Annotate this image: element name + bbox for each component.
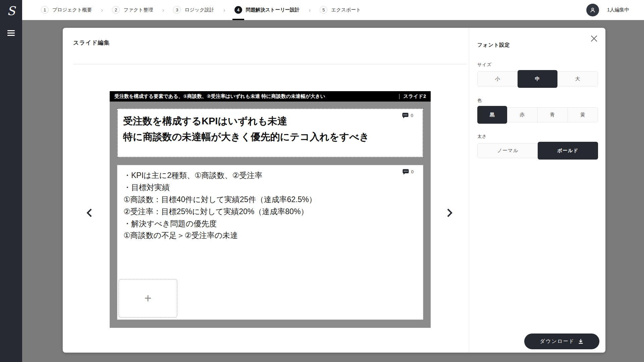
heading-divider	[73, 64, 467, 64]
slide-body-line: ・目標対実績	[123, 182, 417, 194]
close-button[interactable]	[589, 34, 599, 43]
step-label: 問題解決ストーリー設計	[246, 7, 300, 13]
main-card: スライド編集 受注数を構成する要素である、①商談数、②受注率はいずれも未達 特に…	[63, 28, 605, 353]
font-color-label: 色	[477, 98, 598, 104]
slide-body-line: ・KPIは主に2種類、①商談数、②受注率	[123, 170, 417, 182]
sidebar: S	[0, 0, 22, 362]
font-size-label: サイズ	[477, 62, 598, 68]
menu-icon[interactable]	[7, 30, 15, 36]
chevron-right-icon	[445, 207, 454, 218]
user-avatar	[586, 4, 599, 16]
download-button[interactable]: ダウンロード	[524, 334, 599, 349]
chevron-left-icon	[85, 207, 94, 218]
slide-body-line: ②受注率：目標25%に対して実績20%（達成率80%）	[123, 206, 417, 218]
slide-title-box[interactable]: 受注数を構成するKPIはいずれも未達特に商談数の未達幅が大きく優先的にテコ入れを…	[117, 108, 423, 158]
user-icon	[589, 6, 596, 14]
next-slide-button[interactable]	[442, 205, 457, 220]
comment-icon	[402, 113, 409, 118]
font-size-group: サイズ小中大	[477, 62, 598, 86]
font-panel: フォント設定 サイズ小中大 色黒赤青黄 太さノーマルボールド ダウンロード	[469, 28, 605, 353]
font-weight-label: 太さ	[477, 133, 598, 139]
step-separator-icon: ›	[162, 7, 164, 13]
font-size-control: 小中大	[477, 71, 598, 86]
font-color-option-4[interactable]: 黄	[568, 108, 598, 122]
slide-body-box[interactable]: ・KPIは主に2種類、①商談数、②受注率・目標対実績①商談数：目標40件に対して…	[117, 165, 423, 320]
step-number: 3	[173, 6, 181, 14]
slide-number-label: スライド2	[404, 93, 426, 100]
logo-icon: S	[7, 5, 15, 17]
slide-summary-label: 受注数を構成する要素である、①商談数、②受注率はいずれも未達 特に商談数の未達幅…	[114, 93, 395, 100]
slide-body-line: ①商談数：目標40件に対して実績25件（達成率62.5%）	[123, 194, 417, 206]
step-2[interactable]: 2ファクト整理	[112, 6, 153, 14]
page-title: スライド編集	[73, 39, 110, 47]
title-comment-badge[interactable]: 0	[402, 113, 413, 118]
step-label: プロジェクト概要	[52, 7, 92, 13]
slide-bar-divider	[399, 94, 399, 99]
step-number: 2	[112, 6, 120, 14]
editing-status: 1人編集中	[586, 4, 629, 16]
font-panel-title: フォント設定	[477, 42, 598, 48]
font-color-option-2[interactable]: 赤	[507, 108, 537, 122]
slide-preview: 受注数を構成する要素である、①商談数、②受注率はいずれも未達 特に商談数の未達幅…	[110, 91, 431, 328]
plus-icon: +	[144, 292, 151, 304]
download-button-label: ダウンロード	[540, 338, 575, 345]
font-weight-option-1[interactable]: ノーマル	[478, 143, 538, 158]
slide-body-line: ・解決すべき問題の優先度	[123, 218, 417, 230]
step-label: ロジック設計	[184, 7, 214, 13]
font-weight-control: ノーマルボールド	[477, 143, 598, 158]
step-separator-icon: ›	[223, 7, 225, 13]
editing-status-label: 1人編集中	[607, 7, 629, 13]
slide-title-line: 特に商談数の未達幅が大きく優先的にテコ入れをすべき	[123, 129, 417, 145]
font-size-option-1[interactable]: 小	[478, 72, 518, 86]
step-number: 5	[320, 6, 327, 14]
slide-body-line: ①商談数の不足＞②受注率の未達	[123, 230, 417, 242]
font-color-control: 黒赤青黄	[477, 107, 598, 122]
font-weight-group: 太さノーマルボールド	[477, 133, 598, 158]
step-separator-icon: ›	[101, 7, 103, 13]
download-icon	[578, 339, 584, 344]
topbar: 1プロジェクト概要›2ファクト整理›3ロジック設計›4問題解決ストーリー設計›5…	[22, 0, 644, 20]
step-1[interactable]: 1プロジェクト概要	[41, 6, 92, 14]
comment-icon	[402, 169, 409, 175]
slide-title-line: 受注数を構成するKPIはいずれも未達	[123, 113, 417, 129]
font-color-option-1[interactable]: 黒	[477, 106, 507, 124]
comment-count: 0	[411, 169, 414, 174]
font-color-group: 色黒赤青黄	[477, 98, 598, 122]
close-icon	[590, 35, 598, 43]
prev-slide-button[interactable]	[82, 205, 97, 220]
step-label: エクスポート	[331, 7, 361, 13]
body-comment-badge[interactable]: 0	[402, 169, 414, 175]
font-size-option-3[interactable]: 大	[557, 72, 598, 86]
step-3[interactable]: 3ロジック設計	[173, 6, 214, 14]
font-weight-option-2[interactable]: ボールド	[538, 142, 598, 160]
slide-body-text: ・KPIは主に2種類、①商談数、②受注率・目標対実績①商談数：目標40件に対して…	[123, 170, 417, 242]
slide-canvas: 受注数を構成するKPIはいずれも未達特に商談数の未達幅が大きく優先的にテコ入れを…	[110, 102, 431, 328]
stepper: 1プロジェクト概要›2ファクト整理›3ロジック設計›4問題解決ストーリー設計›5…	[41, 6, 361, 14]
step-separator-icon: ›	[309, 7, 311, 13]
step-label: ファクト整理	[123, 7, 153, 13]
slide-title-text: 受注数を構成するKPIはいずれも未達特に商談数の未達幅が大きく優先的にテコ入れを…	[123, 113, 417, 145]
app-logo[interactable]: S	[0, 0, 22, 22]
step-number: 1	[41, 6, 49, 14]
step-5[interactable]: 5エクスポート	[320, 6, 361, 14]
step-number: 4	[234, 6, 242, 14]
font-size-option-2[interactable]: 中	[518, 70, 558, 88]
step-4[interactable]: 4問題解決ストーリー設計	[234, 6, 300, 14]
comment-count: 0	[411, 113, 413, 118]
add-element-button[interactable]: +	[118, 279, 177, 318]
slide-header-bar: 受注数を構成する要素である、①商談数、②受注率はいずれも未達 特に商談数の未達幅…	[110, 91, 431, 102]
font-color-option-3[interactable]: 青	[537, 108, 568, 122]
